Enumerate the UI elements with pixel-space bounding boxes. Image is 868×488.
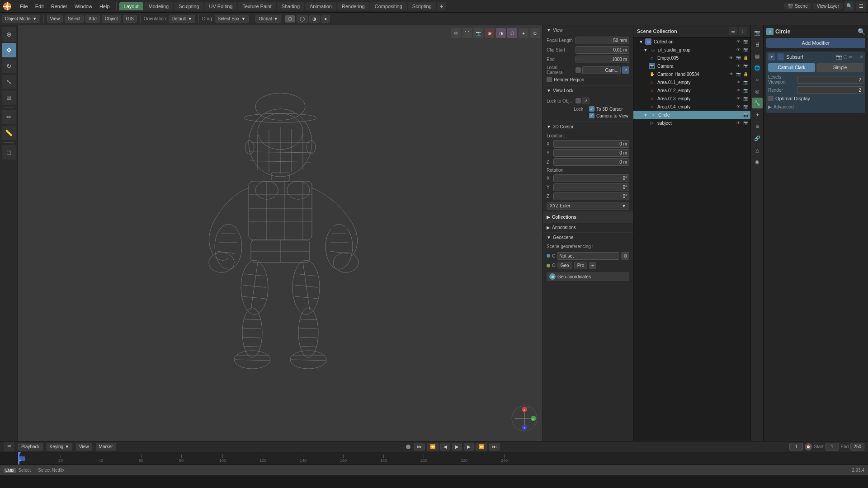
- tab-uv-editing[interactable]: UV Editing: [204, 2, 237, 10]
- outliner-filter-btn[interactable]: ☰: [729, 27, 737, 35]
- search-btn[interactable]: 🔍: [844, 1, 854, 11]
- props-tab-output[interactable]: 🖨: [752, 39, 763, 50]
- orientation-dropdown[interactable]: Default ▼: [169, 15, 196, 23]
- global-dropdown[interactable]: Global ▼: [255, 15, 281, 23]
- outliner-item-studio-group[interactable]: ▼ ◷ pl_studio_group 👁 📷: [633, 46, 750, 54]
- tab-texture-paint[interactable]: Texture Paint: [238, 2, 276, 10]
- georef-not-set[interactable]: Not set: [557, 252, 619, 260]
- rendered-btn[interactable]: ●: [321, 15, 330, 23]
- menu-help[interactable]: Help: [96, 3, 113, 10]
- optimal-display-checkbox[interactable]: [768, 96, 774, 101]
- tab-scripting[interactable]: Scripting: [408, 2, 436, 10]
- tab-modeling[interactable]: Modeling: [144, 2, 174, 10]
- a014-vis[interactable]: 👁: [735, 103, 741, 110]
- cam-vis[interactable]: 👁: [735, 63, 741, 69]
- sg-vis[interactable]: 👁: [735, 47, 741, 53]
- modifier-expand-icon[interactable]: ▼: [768, 53, 775, 61]
- prev-keyframe-btn[interactable]: ◀: [440, 443, 450, 450]
- prev-frame-btn[interactable]: ⏪: [427, 443, 439, 450]
- cursor-z-input[interactable]: 0 m: [553, 158, 629, 166]
- jump-end-btn[interactable]: ⏭: [489, 443, 500, 450]
- geo-btn[interactable]: Geo: [557, 262, 572, 269]
- cursor-x-input[interactable]: 0 m: [553, 140, 629, 148]
- props-tab-world[interactable]: ○: [752, 74, 763, 85]
- view-layer-selector[interactable]: View Layer: [813, 3, 843, 9]
- a013-vis[interactable]: 👁: [735, 95, 741, 102]
- rotate-tool[interactable]: ↻: [2, 59, 16, 73]
- outliner-item-area011[interactable]: ◇ Area.011_empty 👁 📷: [633, 78, 750, 86]
- cursor-rx-input[interactable]: 0°: [553, 174, 629, 182]
- modifier-delete-icon[interactable]: ✕: [859, 54, 863, 60]
- props-tab-view[interactable]: ▤: [752, 51, 763, 61]
- playback-menu[interactable]: Playback: [18, 443, 43, 450]
- marker-menu[interactable]: Marker: [96, 443, 116, 450]
- play-btn[interactable]: ▶: [452, 443, 462, 450]
- a011-render[interactable]: 📷: [742, 79, 749, 85]
- cursor-3d-header[interactable]: ▼ 3D Cursor: [543, 122, 633, 131]
- material-btn[interactable]: ◑: [309, 15, 320, 23]
- ci-vis[interactable]: 👁: [735, 112, 741, 118]
- outliner-item-camera[interactable]: 📷 Camera 👁 📷: [633, 62, 750, 70]
- menu-file[interactable]: File: [16, 3, 32, 10]
- lock-obj-square[interactable]: [576, 98, 581, 103]
- next-frame-btn[interactable]: ⏩: [476, 443, 487, 450]
- props-tab-particles[interactable]: ✦: [752, 109, 763, 120]
- viewport-maximize-btn[interactable]: ⛶: [462, 28, 472, 38]
- viewport-wireframe-btn[interactable]: ⬡: [507, 28, 517, 38]
- collections-header[interactable]: ▶ Collections: [543, 212, 633, 222]
- outliner-item-empty005[interactable]: ◇ Empty.005 👁 📷 🔒: [633, 54, 750, 62]
- view-section-header[interactable]: ▼ View: [543, 25, 633, 35]
- sg-render[interactable]: 📷: [742, 47, 749, 53]
- menu-render[interactable]: Render: [47, 3, 71, 10]
- focal-length-input[interactable]: 50 mm: [576, 37, 629, 44]
- props-tab-scene[interactable]: 🌐: [752, 62, 763, 73]
- next-keyframe-btn[interactable]: ▶: [464, 443, 474, 450]
- timeline-menu-btn[interactable]: ☰: [4, 442, 14, 451]
- viewport-camera-btn[interactable]: 📷: [473, 28, 483, 38]
- props-tab-data[interactable]: △: [752, 145, 763, 155]
- viewport-overlay-btn[interactable]: ⊙: [530, 28, 540, 38]
- geo-coords-btn[interactable]: ⊕ Geo-coordinates: [547, 272, 629, 281]
- clip-start-input[interactable]: 0.01 m: [576, 46, 629, 54]
- current-frame-input[interactable]: 1: [789, 443, 803, 450]
- local-camera-checkbox[interactable]: [576, 67, 581, 73]
- add-cube-tool[interactable]: ◻: [2, 145, 16, 160]
- scene-selector[interactable]: 🎬 Scene: [784, 3, 811, 9]
- cursor-y-input[interactable]: 0 m: [553, 149, 629, 157]
- outliner-item-area014[interactable]: ◇ Area.014_empty 👁 📷: [633, 103, 750, 111]
- props-tab-object[interactable]: ◎: [752, 86, 763, 97]
- viewport-render-btn[interactable]: ●: [519, 28, 528, 38]
- tab-sculpting[interactable]: Sculpting: [174, 2, 203, 10]
- modifier-dots-icon[interactable]: ⋮: [854, 54, 859, 60]
- a012-vis[interactable]: 👁: [735, 87, 741, 94]
- cursor-ry-input[interactable]: 0°: [553, 183, 629, 191]
- e005-lock[interactable]: 🔒: [742, 55, 749, 61]
- viewport-material-btn[interactable]: ◉: [485, 28, 495, 38]
- render-region-checkbox[interactable]: [547, 77, 552, 82]
- props-tab-physics[interactable]: ≋: [752, 121, 763, 132]
- ci-render[interactable]: 📷: [742, 112, 749, 118]
- georef-c-settings[interactable]: ⚙: [621, 252, 629, 260]
- drag-dropdown[interactable]: Select Box ▼: [215, 15, 249, 23]
- modifier-edit-icon[interactable]: ✏: [849, 54, 853, 60]
- e005-vis[interactable]: 👁: [728, 55, 734, 61]
- transform-tool[interactable]: ⊞: [2, 90, 16, 105]
- solid-btn[interactable]: ◯: [297, 15, 308, 23]
- props-tab-constraints[interactable]: 🔗: [752, 133, 763, 144]
- catmull-clark-btn[interactable]: Catmull-Clark: [768, 63, 815, 72]
- a014-render[interactable]: 📷: [742, 103, 749, 110]
- advanced-section[interactable]: ▶ Advanced: [768, 103, 863, 111]
- select-menu-btn[interactable]: Select: [65, 15, 84, 23]
- props-search-icon[interactable]: 🔍: [858, 28, 865, 35]
- ch-render[interactable]: 📷: [735, 71, 741, 77]
- props-tab-material[interactable]: ◉: [752, 156, 763, 167]
- annotate-tool[interactable]: ✏: [2, 110, 16, 124]
- start-frame-input[interactable]: 1: [826, 443, 839, 450]
- lock-obj-link[interactable]: ↗: [582, 97, 590, 104]
- add-modifier-btn[interactable]: Add Modifier: [766, 38, 865, 48]
- outliner-item-area012[interactable]: ◇ Area.012_empty 👁 📷: [633, 86, 750, 94]
- props-tab-render[interactable]: 📷: [752, 27, 763, 38]
- menu-edit[interactable]: Edit: [32, 3, 47, 10]
- collection-render[interactable]: 📷: [742, 38, 749, 45]
- tab-rendering[interactable]: Rendering: [337, 2, 369, 10]
